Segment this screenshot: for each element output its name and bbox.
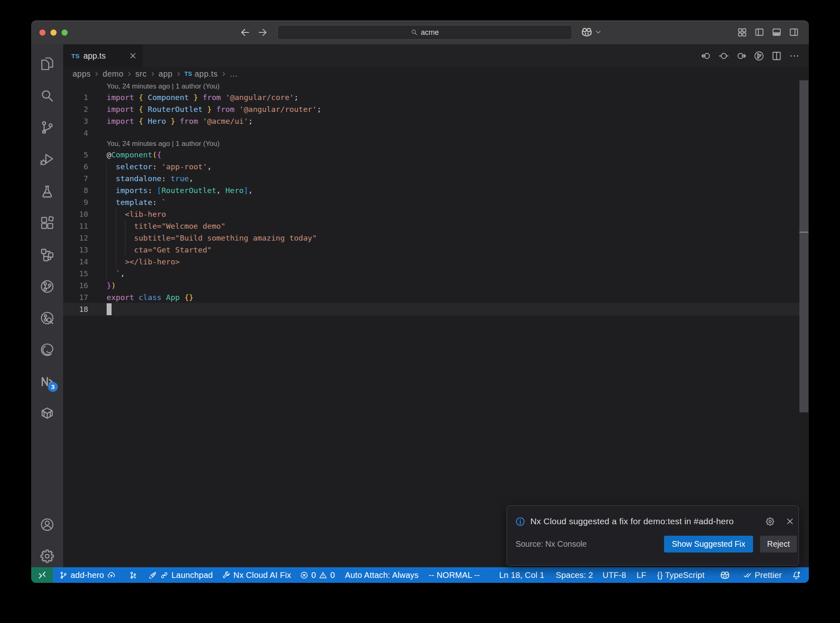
- activity-item-extensions[interactable]: [31, 207, 63, 239]
- branch-circle-icon[interactable]: [753, 50, 765, 61]
- ellipsis-icon[interactable]: [789, 50, 800, 61]
- status-encoding[interactable]: UTF-8: [603, 567, 626, 583]
- code-line-1[interactable]: 1import { Component } from '@angular/cor…: [63, 91, 808, 103]
- show-suggested-fix-button[interactable]: Show Suggested Fix: [664, 536, 753, 553]
- code-token-str: '@angular/core': [226, 93, 294, 102]
- code-line-17[interactable]: 17export class App {}: [63, 291, 808, 303]
- line-number: 12: [63, 232, 88, 244]
- line-number: 10: [63, 208, 88, 220]
- editor-scrollbar[interactable]: [799, 80, 808, 412]
- activity-item-edge-tools[interactable]: [31, 334, 63, 365]
- status-notifications[interactable]: [791, 567, 801, 583]
- remote-indicator[interactable]: [31, 567, 53, 583]
- blame-codelens[interactable]: You, 24 minutes ago | 1 author (You): [63, 139, 808, 149]
- breadcrumb-item[interactable]: demo: [103, 69, 123, 79]
- status-git-branch[interactable]: add-hero: [59, 567, 116, 583]
- code-line-2[interactable]: 2import { RouterOutlet } from '@angular/…: [63, 103, 808, 115]
- code-token-kwb: class: [139, 293, 162, 302]
- code-token-fg: [107, 174, 116, 183]
- gear-icon: [39, 548, 55, 564]
- code-line-7[interactable]: 7 standalone: true,: [63, 173, 808, 184]
- code-token-fg: [143, 117, 148, 125]
- code-line-11[interactable]: 11 title="Welcmoe demo": [63, 220, 808, 232]
- code-token-b1: {: [139, 93, 143, 102]
- code-line-14[interactable]: 14 ></lib-hero>: [63, 256, 808, 268]
- status-vim-mode[interactable]: -- NORMAL --: [429, 567, 480, 583]
- status-nx-cloud-ai-fix[interactable]: Nx Cloud AI Fix: [222, 567, 291, 583]
- history-back-button[interactable]: [240, 27, 251, 38]
- status-copilot[interactable]: [720, 567, 730, 583]
- code-line-3[interactable]: 3import { Hero } from '@acme/ui';: [63, 115, 808, 127]
- git-branch-plus-icon: [129, 571, 137, 580]
- status-eol[interactable]: LF: [637, 567, 646, 583]
- code-token-kw: from: [203, 93, 221, 102]
- copilot-menu-button[interactable]: [581, 26, 601, 38]
- nav-forward-circle-icon[interactable]: [736, 50, 747, 61]
- code-token-kw: from: [180, 117, 198, 125]
- code-editor[interactable]: You, 24 minutes ago | 1 author (You)1imp…: [63, 80, 809, 567]
- status-problems[interactable]: 00: [300, 567, 335, 583]
- breadcrumb-item[interactable]: app: [159, 69, 173, 79]
- status-formatter[interactable]: Prettier: [743, 567, 782, 583]
- activity-item-explorer[interactable]: [31, 48, 63, 79]
- activity-item-run-debug[interactable]: [31, 143, 63, 175]
- layout-panel-icon[interactable]: [772, 27, 782, 37]
- traffic-close-button[interactable]: [39, 30, 46, 36]
- notification-close-icon[interactable]: [785, 517, 794, 526]
- status-language[interactable]: {} TypeScript: [657, 567, 705, 583]
- blame-codelens[interactable]: You, 24 minutes ago | 1 author (You): [63, 82, 808, 91]
- activity-item-project-graph[interactable]: [31, 239, 63, 271]
- code-line-12[interactable]: 12 subtitle="Build something amazing tod…: [63, 232, 808, 244]
- tab-bar: TS app.ts: [63, 44, 809, 67]
- breadcrumb-item[interactable]: apps: [73, 69, 91, 79]
- history-forward-button[interactable]: [257, 27, 268, 38]
- activity-item-containers[interactable]: [31, 397, 63, 429]
- status-commit-graph[interactable]: [129, 567, 137, 583]
- code-token-fg: [134, 93, 139, 102]
- breadcrumb-item[interactable]: TSapp.ts: [185, 69, 218, 79]
- code-line-18[interactable]: 18: [63, 303, 808, 315]
- tab-app-ts[interactable]: TS app.ts: [63, 44, 143, 67]
- breadcrumb-item[interactable]: src: [135, 69, 147, 79]
- code-line-6[interactable]: 6 selector: 'app-root',: [63, 161, 808, 173]
- customize-layout-icon[interactable]: [737, 27, 747, 37]
- activity-item-gitlens-inspect[interactable]: [31, 302, 63, 334]
- status-label: UTF-8: [603, 571, 626, 580]
- bell-dot-icon: [791, 570, 801, 580]
- nav-back-circle-icon[interactable]: [701, 50, 712, 61]
- code-line-10[interactable]: 10 <lib-hero: [63, 208, 808, 220]
- activity-item-nx-console[interactable]: 3: [31, 366, 63, 397]
- circle-outline-icon[interactable]: [718, 50, 729, 61]
- code-line-16[interactable]: 16}): [63, 280, 808, 291]
- status-cursor-position[interactable]: Ln 18, Col 1: [499, 567, 544, 583]
- split-editor-icon[interactable]: [771, 50, 782, 61]
- code-line-8[interactable]: 8 imports: [RouterOutlet, Hero],: [63, 184, 808, 196]
- code-line-13[interactable]: 13 cta="Get Started": [63, 244, 808, 256]
- code-token-fg: ,: [207, 162, 212, 171]
- breadcrumb-item[interactable]: …: [230, 69, 238, 79]
- code-token-fg: [166, 117, 171, 125]
- code-line-5[interactable]: 5@Component({: [63, 149, 808, 161]
- command-center-search[interactable]: acme: [277, 25, 572, 40]
- activity-item-search[interactable]: [31, 80, 63, 111]
- traffic-zoom-button[interactable]: [62, 30, 68, 36]
- line-number: 17: [63, 291, 88, 303]
- code-line-9[interactable]: 9 template: `: [63, 196, 808, 208]
- layout-sidebar-right-icon[interactable]: [789, 27, 799, 37]
- status-indentation[interactable]: Spaces: 2: [556, 567, 593, 583]
- reject-button[interactable]: Reject: [760, 536, 797, 553]
- status-launchpad[interactable]: Launchpad: [148, 567, 213, 583]
- traffic-minimize-button[interactable]: [50, 30, 57, 36]
- code-line-15[interactable]: 15 `,: [63, 268, 808, 280]
- activity-item-gitlens[interactable]: [31, 271, 63, 302]
- line-number: 7: [63, 173, 88, 184]
- activity-item-testing[interactable]: [31, 175, 63, 207]
- activity-item-accounts[interactable]: [31, 509, 63, 540]
- code-line-4[interactable]: 4: [63, 127, 808, 139]
- activity-item-source-control[interactable]: [31, 111, 63, 143]
- status-auto-attach[interactable]: Auto Attach: Always: [345, 567, 418, 583]
- tab-close-icon[interactable]: [129, 52, 137, 60]
- code-token-fg: :: [162, 174, 171, 183]
- layout-sidebar-left-icon[interactable]: [754, 27, 765, 37]
- notification-settings-icon[interactable]: [765, 517, 775, 526]
